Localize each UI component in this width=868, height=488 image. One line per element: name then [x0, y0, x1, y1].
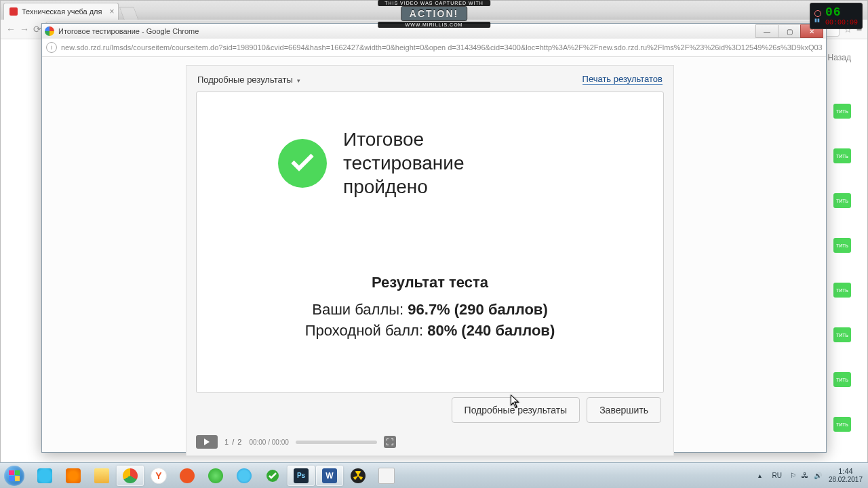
- result-heading: Результат теста: [197, 274, 663, 291]
- system-tray: ▴ RU ⚐ 🖧 🔊 1:44 28.02.2017: [755, 463, 868, 488]
- popup-chrome-window: Итоговое тестирование - Google Chrome — …: [41, 23, 827, 453]
- fps-time: 00:00:09: [825, 19, 858, 26]
- taskbar-skype[interactable]: [31, 466, 58, 486]
- chevron-down-icon: ▾: [297, 77, 300, 84]
- popup-url[interactable]: new.sdo.rzd.ru/lmsds/courseitem/courseit…: [61, 43, 822, 52]
- svg-point-1: [357, 474, 359, 476]
- maximize-button[interactable]: ▢: [778, 24, 801, 38]
- tab-title: Техническая учеба для: [22, 7, 102, 16]
- language-indicator[interactable]: RU: [769, 470, 784, 481]
- network-icon[interactable]: 🖧: [802, 472, 808, 479]
- site-info-icon[interactable]: i: [46, 42, 57, 53]
- browser-tab[interactable]: Техническая учеба для ×: [3, 3, 119, 20]
- taskbar-check-app[interactable]: [259, 466, 286, 486]
- hero-line-1: Итоговое: [343, 127, 465, 151]
- side-green-button[interactable]: тить: [833, 417, 851, 432]
- fullscreen-button[interactable]: [384, 436, 396, 448]
- reload-button[interactable]: ⟳: [33, 24, 41, 35]
- clock-date: 28.02.2017: [829, 476, 863, 484]
- taskbar-apps: Y Ps W: [31, 463, 400, 488]
- clock[interactable]: 1:44 28.02.2017: [829, 467, 863, 483]
- seek-slider[interactable]: [296, 441, 377, 444]
- print-results-link[interactable]: Печать результатов: [583, 74, 663, 85]
- popup-title: Итоговое тестирование - Google Chrome: [58, 27, 199, 35]
- pass-score-line: Проходной балл: 80% (240 баллов): [197, 321, 663, 342]
- your-score-value: 96.7% (290 баллов): [408, 301, 547, 318]
- player-controls: 1 / 2 00:00 / 00:00: [196, 434, 664, 450]
- record-dot-icon: [814, 10, 821, 17]
- tab-favicon: [9, 7, 18, 16]
- result-slide: Итоговое тестирование пройдено Результат…: [196, 92, 664, 393]
- fps-value: 06: [825, 5, 858, 19]
- taskbar-green-app[interactable]: [202, 466, 229, 486]
- tab-strip: Техническая учеба для ×: [1, 1, 867, 20]
- taskbar-photoshop[interactable]: Ps: [288, 466, 315, 486]
- time-indicator: 00:00 / 00:00: [249, 439, 288, 446]
- taskbar-chrome[interactable]: [117, 466, 144, 486]
- side-buttons-column: тить тить тить тить тить тить тить тить: [833, 104, 851, 432]
- details-dropdown[interactable]: Подробные результаты ▾: [197, 75, 300, 85]
- taskbar-word[interactable]: W: [316, 466, 343, 486]
- details-button[interactable]: Подробные результаты: [452, 397, 580, 423]
- play-button[interactable]: [196, 435, 218, 449]
- player-toolbar: Подробные результаты ▾ Печать результато…: [186, 66, 673, 90]
- popup-content: Подробные результаты ▾ Печать результато…: [42, 57, 826, 452]
- close-tab-icon[interactable]: ×: [109, 7, 114, 16]
- forward-button[interactable]: →: [20, 24, 29, 35]
- your-score-line: Ваши баллы: 96.7% (290 баллов): [197, 300, 663, 321]
- hero-row: Итоговое тестирование пройдено: [278, 127, 465, 199]
- pass-score-value: 80% (240 баллов): [427, 322, 555, 339]
- side-green-button[interactable]: тить: [833, 238, 851, 253]
- taskbar-calculator[interactable]: [373, 466, 400, 486]
- taskbar-radiation-app[interactable]: [344, 466, 372, 486]
- checkmark-circle-icon: [278, 139, 327, 188]
- taskbar-record[interactable]: [174, 466, 201, 486]
- side-green-button[interactable]: тить: [833, 104, 851, 119]
- taskbar-ie[interactable]: [231, 466, 258, 486]
- back-link[interactable]: Назад: [828, 53, 851, 62]
- page-indicator: 1 / 2: [224, 438, 242, 446]
- side-green-button[interactable]: тить: [833, 327, 851, 342]
- windows-taskbar: Y Ps W ▴ RU ⚐ 🖧 🔊 1:44 28.02.2017: [0, 462, 868, 488]
- pass-score-label: Проходной балл:: [305, 322, 427, 339]
- popup-address-bar: i new.sdo.rzd.ru/lmsds/courseitem/course…: [42, 39, 826, 57]
- side-green-button[interactable]: тить: [833, 148, 851, 163]
- taskbar-yandex[interactable]: Y: [145, 466, 172, 486]
- fps-overlay-right: 06 00:00:09: [825, 5, 858, 26]
- your-score-label: Ваши баллы:: [312, 301, 408, 318]
- taskbar-firefox[interactable]: [60, 466, 87, 486]
- back-button[interactable]: ←: [6, 24, 16, 35]
- fps-overlay-left: ▮▮: [814, 10, 821, 22]
- new-tab-button[interactable]: [119, 7, 139, 20]
- desktop: Техническая учеба для × ← → ⟳ new.sdo.rz…: [0, 0, 868, 488]
- volume-icon[interactable]: 🔊: [814, 472, 823, 479]
- taskbar-explorer[interactable]: [88, 466, 115, 486]
- hero-heading: Итоговое тестирование пройдено: [343, 127, 465, 199]
- hero-line-2: тестирование: [343, 151, 465, 175]
- action-center-icon[interactable]: ⚐: [790, 472, 796, 479]
- fps-overlay: ▮▮ 06 00:00:09: [810, 3, 863, 29]
- side-green-button[interactable]: тить: [833, 372, 851, 387]
- hero-line-3: пройдено: [343, 175, 465, 199]
- result-block: Результат теста Ваши баллы: 96.7% (290 б…: [197, 274, 663, 342]
- side-green-button[interactable]: тить: [833, 193, 851, 208]
- course-player: Подробные результаты ▾ Печать результато…: [186, 65, 674, 456]
- finish-button[interactable]: Завершить: [587, 397, 661, 423]
- details-dropdown-label: Подробные результаты: [197, 75, 293, 85]
- minimize-button[interactable]: —: [755, 24, 778, 38]
- side-green-button[interactable]: тить: [833, 283, 851, 298]
- chrome-icon: [45, 26, 54, 36]
- fps-indicator-bars: ▮▮: [814, 18, 821, 22]
- tray-expand-icon[interactable]: ▴: [755, 472, 764, 479]
- action-buttons-row: Подробные результаты Завершить: [452, 397, 661, 423]
- start-button[interactable]: [0, 463, 28, 488]
- clock-time: 1:44: [829, 467, 863, 476]
- popup-titlebar[interactable]: Итоговое тестирование - Google Chrome — …: [42, 24, 826, 39]
